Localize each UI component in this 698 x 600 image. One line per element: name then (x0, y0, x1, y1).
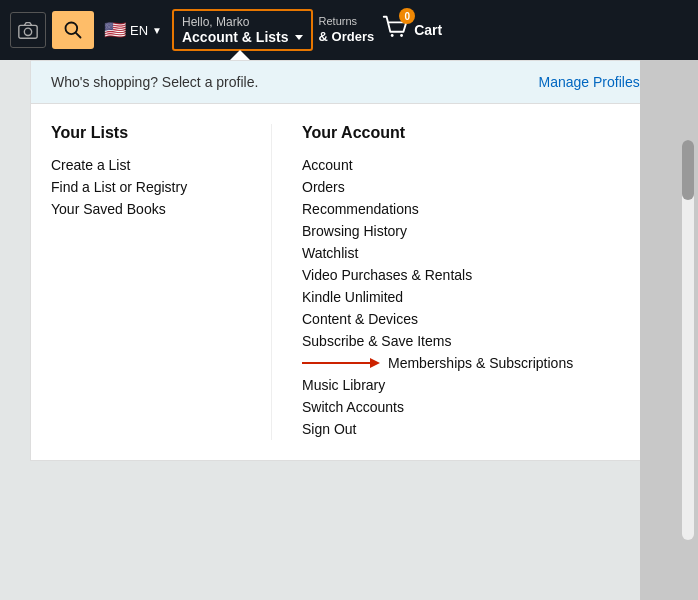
language-selector[interactable]: 🇺🇸 EN ▼ (100, 15, 166, 45)
scrollbar-thumb[interactable] (682, 140, 694, 200)
lang-chevron-icon: ▼ (152, 25, 162, 36)
cart-count-badge: 0 (399, 8, 415, 24)
profile-selection-bar: Who's shopping? Select a profile. Manage… (31, 61, 669, 104)
language-label: EN (130, 23, 148, 38)
content-devices-link[interactable]: Content & Devices (302, 308, 649, 330)
returns-top-text: Returns (319, 14, 375, 28)
account-link[interactable]: Account (302, 154, 649, 176)
video-purchases-link[interactable]: Video Purchases & Rentals (302, 264, 649, 286)
watchlist-link[interactable]: Watchlist (302, 242, 649, 264)
memberships-subscriptions-link[interactable]: Memberships & Subscriptions (388, 352, 573, 374)
your-saved-books-link[interactable]: Your Saved Books (51, 198, 251, 220)
orders-link[interactable]: Orders (302, 176, 649, 198)
svg-point-5 (400, 34, 403, 37)
dropdown-content: Your Lists Create a List Find a List or … (31, 104, 669, 460)
switch-accounts-link[interactable]: Switch Accounts (302, 396, 649, 418)
recommendations-link[interactable]: Recommendations (302, 198, 649, 220)
svg-point-4 (391, 34, 394, 37)
svg-rect-0 (19, 25, 37, 38)
scrollbar-track[interactable] (682, 140, 694, 540)
create-a-list-link[interactable]: Create a List (51, 154, 251, 176)
browsing-history-link[interactable]: Browsing History (302, 220, 649, 242)
search-button[interactable] (52, 11, 94, 49)
memberships-row: Memberships & Subscriptions (302, 352, 649, 374)
music-library-link[interactable]: Music Library (302, 374, 649, 396)
cart-label: Cart (414, 22, 442, 38)
manage-profiles-link[interactable]: Manage Profiles › (539, 73, 650, 91)
account-chevron-icon (295, 35, 303, 40)
svg-point-1 (24, 28, 31, 35)
camera-button[interactable] (10, 12, 46, 48)
scrollbar-area (640, 60, 698, 600)
account-lists-button[interactable]: Hello, Marko Account & Lists (172, 9, 313, 51)
returns-orders-button[interactable]: Returns & Orders (319, 14, 375, 45)
search-icon (63, 20, 83, 40)
your-account-column: Your Account Account Orders Recommendati… (271, 124, 649, 440)
find-list-registry-link[interactable]: Find a List or Registry (51, 176, 251, 198)
returns-main-text: & Orders (319, 29, 375, 46)
your-lists-heading: Your Lists (51, 124, 251, 142)
profile-bar-text: Who's shopping? Select a profile. (51, 74, 258, 90)
kindle-unlimited-link[interactable]: Kindle Unlimited (302, 286, 649, 308)
memberships-arrow-icon (302, 353, 382, 373)
account-dropdown-panel: Who's shopping? Select a profile. Manage… (30, 60, 670, 461)
your-lists-column: Your Lists Create a List Find a List or … (51, 124, 251, 440)
cart-icon-wrap: 0 (380, 13, 410, 47)
site-header: 🇺🇸 EN ▼ Hello, Marko Account & Lists Ret… (0, 0, 698, 60)
sign-out-link[interactable]: Sign Out (302, 418, 649, 440)
your-account-heading: Your Account (302, 124, 649, 142)
subscribe-save-link[interactable]: Subscribe & Save Items (302, 330, 649, 352)
account-lists-label: Account & Lists (182, 29, 303, 45)
account-hello-text: Hello, Marko (182, 15, 303, 29)
flag-icon: 🇺🇸 (104, 19, 126, 41)
svg-marker-7 (370, 358, 380, 368)
camera-icon (17, 19, 39, 41)
svg-line-3 (76, 33, 81, 38)
cart-button[interactable]: 0 Cart (380, 13, 442, 47)
dropdown-triangle (230, 50, 250, 60)
